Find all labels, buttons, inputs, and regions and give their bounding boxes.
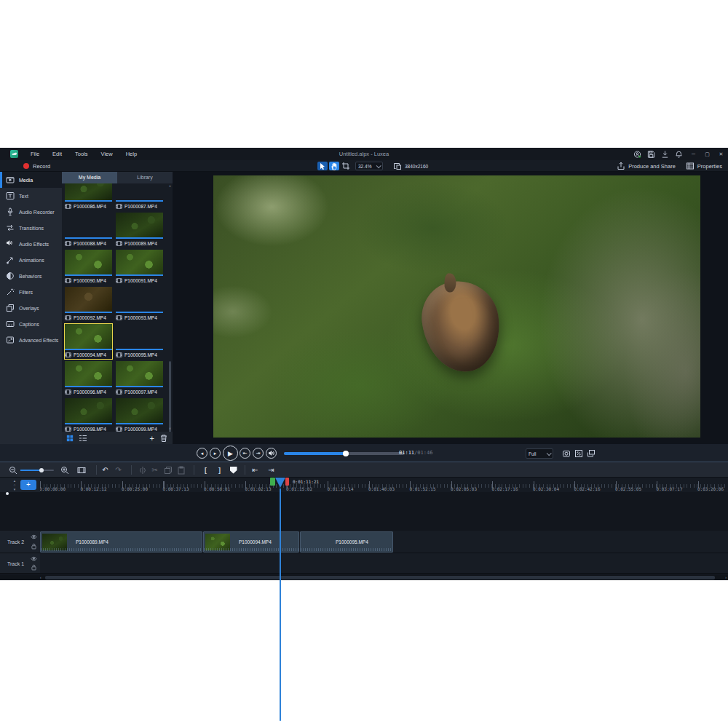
ruler-label: 0:02:42:16: [574, 486, 600, 491]
media-item[interactable]: P1000092.MP4: [65, 287, 112, 322]
close-button[interactable]: ✕: [714, 148, 728, 160]
record-button[interactable]: Record: [23, 160, 50, 172]
hand-tool-button[interactable]: [329, 162, 339, 170]
media-item[interactable]: P1000093.MP4: [116, 287, 163, 322]
video-preview[interactable]: [213, 175, 700, 438]
sidebar-item-overlays[interactable]: Overlays: [0, 300, 62, 316]
undo-icon[interactable]: ↶: [100, 465, 110, 475]
notifications-icon[interactable]: [675, 150, 683, 158]
track-visibility-icon[interactable]: [31, 555, 37, 562]
fullscreen-icon[interactable]: [574, 449, 583, 458]
volume-button[interactable]: [266, 448, 277, 459]
scrollbar-thumb[interactable]: [45, 576, 715, 579]
timeline-scrollbar[interactable]: ‹ ›: [0, 575, 728, 580]
jump-next-icon[interactable]: ⇥: [266, 465, 276, 475]
sidebar-item-advanced-effects[interactable]: Advanced Effects: [0, 332, 62, 348]
menu-tools[interactable]: Tools: [68, 151, 95, 157]
select-tool-button[interactable]: [317, 162, 328, 170]
media-item[interactable]: P1000090.MP4: [65, 250, 112, 285]
track-name: Track 1: [7, 561, 24, 566]
maximize-button[interactable]: ▢: [700, 148, 714, 160]
zoom-in-icon[interactable]: [60, 465, 69, 475]
menu-edit[interactable]: Edit: [46, 151, 68, 157]
delete-media-icon[interactable]: [159, 434, 168, 443]
mark-out-icon[interactable]: ]: [215, 465, 224, 475]
media-item[interactable]: P1000088.MP4: [65, 213, 112, 248]
menu-file[interactable]: File: [24, 151, 46, 157]
play-backward-button[interactable]: ◂: [197, 448, 207, 459]
detach-preview-icon[interactable]: [587, 449, 596, 458]
scroll-right-icon[interactable]: ›: [725, 575, 727, 580]
media-item[interactable]: P1000097.MP4: [116, 361, 163, 396]
seek-bar[interactable]: [284, 452, 404, 455]
grid-view-icon[interactable]: [66, 435, 74, 442]
list-view-icon[interactable]: [79, 434, 87, 443]
track-visibility-icon[interactable]: [31, 534, 37, 540]
menu-view[interactable]: View: [95, 151, 119, 157]
sidebar-item-media[interactable]: Media: [0, 172, 62, 188]
jump-previous-icon[interactable]: ⇤: [250, 465, 260, 475]
media-item[interactable]: P1000091.MP4: [116, 250, 163, 285]
track-lock-icon[interactable]: [31, 543, 37, 550]
sidebar-item-audio-effects[interactable]: Audio Effects: [0, 236, 62, 252]
zoom-out-icon[interactable]: [8, 465, 17, 475]
track-row-2[interactable]: P1000089.MP4P1000094.MP4P1000095.MP4: [0, 531, 728, 553]
timeline-clip[interactable]: P1000094.MP4: [203, 531, 299, 553]
sidebar-item-captions[interactable]: Captions: [0, 316, 62, 332]
media-item[interactable]: P1000096.MP4: [65, 361, 112, 396]
crop-tool-button[interactable]: [341, 162, 351, 170]
timeline-clip[interactable]: P1000095.MP4: [300, 531, 393, 553]
sidebar-item-transitions[interactable]: Transitions: [0, 220, 62, 236]
sidebar-item-animations[interactable]: Animations: [0, 252, 62, 268]
save-icon[interactable]: [647, 150, 655, 158]
play-slow-button[interactable]: ▸: [210, 448, 221, 459]
skip-end-button[interactable]: ⇥: [253, 448, 264, 459]
fit-timeline-icon[interactable]: [76, 465, 86, 475]
media-item[interactable]: P1000095.MP4: [116, 324, 163, 359]
tab-library[interactable]: Library: [117, 172, 173, 183]
menu-help[interactable]: Help: [119, 151, 143, 157]
add-track-button[interactable]: +: [20, 480, 36, 490]
media-item[interactable]: P1000098.MP4: [65, 398, 112, 432]
animations-icon: [6, 256, 15, 264]
media-item-name: P1000099.MP4: [124, 427, 157, 432]
media-item[interactable]: P1000089.MP4: [116, 213, 163, 248]
timeline-clip[interactable]: P1000089.MP4: [40, 531, 202, 553]
play-button[interactable]: ▶: [223, 446, 238, 461]
playhead-line[interactable]: [280, 488, 281, 721]
scroll-left-icon[interactable]: ‹: [40, 575, 41, 580]
timeline-ruler[interactable]: 0:00:00:000:00:12:120:00:25:000:00:37:13…: [0, 478, 728, 492]
seek-handle[interactable]: [343, 451, 349, 456]
media-item[interactable]: P1000087.MP4: [116, 183, 163, 210]
sidebar-item-filters[interactable]: Filters: [0, 284, 62, 300]
scroll-up-icon[interactable]: ˄: [168, 184, 172, 189]
snapshot-icon[interactable]: [562, 449, 571, 458]
sidebar-item-text[interactable]: Text: [0, 188, 62, 204]
zoom-level-select[interactable]: 32.4%: [355, 162, 383, 170]
preview-size-select[interactable]: Full: [526, 448, 553, 459]
timeline-zoom-slider[interactable]: [20, 470, 54, 471]
tab-my-media[interactable]: My Media: [62, 172, 117, 183]
add-media-icon[interactable]: +: [150, 435, 154, 442]
minimize-button[interactable]: ─: [687, 148, 700, 160]
track-height-control[interactable]: ▴○▾: [11, 478, 18, 491]
sidebar-item-behaviors[interactable]: Behaviors: [0, 268, 62, 284]
account-icon[interactable]: [633, 150, 641, 158]
playhead-marker[interactable]: [270, 478, 289, 488]
media-thumbnail: [65, 324, 112, 350]
track-lock-icon[interactable]: [31, 564, 37, 571]
scroll-down-icon[interactable]: ˅: [168, 427, 172, 431]
media-item[interactable]: P1000099.MP4: [116, 398, 163, 432]
download-icon[interactable]: [661, 150, 669, 158]
sidebar-item-audio-recorder[interactable]: Audio Recorder: [0, 204, 62, 220]
media-item[interactable]: P1000086.MP4: [65, 183, 112, 210]
properties-button[interactable]: Properties: [686, 162, 722, 170]
add-marker-icon[interactable]: [229, 465, 238, 475]
skip-start-button[interactable]: ⇤: [240, 448, 250, 459]
media-item[interactable]: P1000094.MP4: [65, 324, 112, 359]
track-row-1[interactable]: [0, 553, 728, 574]
produce-share-button[interactable]: Produce and Share: [617, 162, 676, 170]
behaviors-icon: [6, 272, 15, 280]
mark-in-icon[interactable]: [: [201, 465, 210, 475]
media-scrollbar[interactable]: ˄ ˅: [168, 183, 172, 432]
